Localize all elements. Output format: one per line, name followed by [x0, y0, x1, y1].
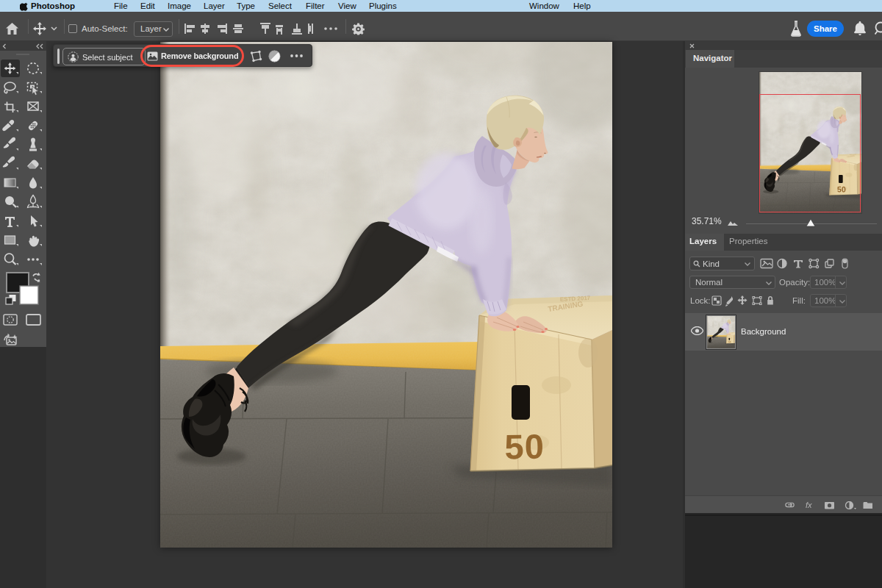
svg-text:fx: fx: [806, 501, 812, 509]
svg-text:50: 50: [504, 427, 545, 467]
